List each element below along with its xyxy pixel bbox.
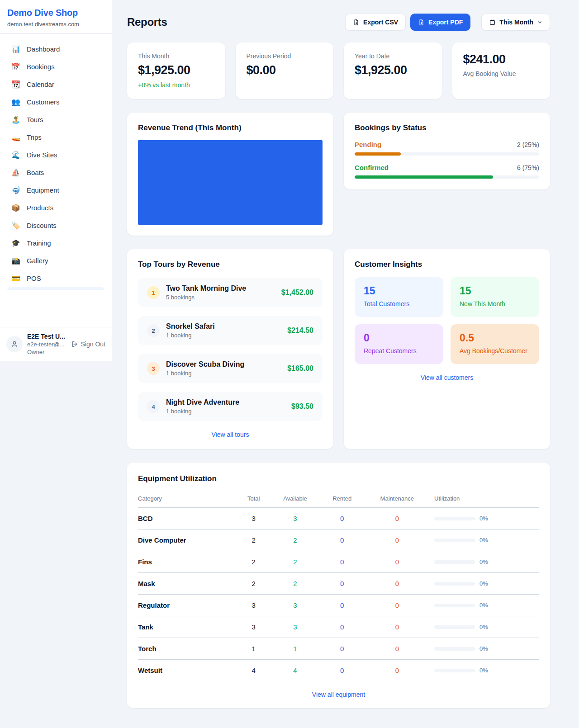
insight-tile-new-this-month: 15 New This Month bbox=[451, 277, 539, 317]
utilization-bar bbox=[434, 539, 475, 542]
revenue-trend-chart bbox=[138, 140, 323, 225]
insight-tile-repeat-customers: 0 Repeat Customers bbox=[355, 324, 443, 364]
rank-badge: 3 bbox=[147, 362, 160, 375]
utilization-text: 0% bbox=[479, 667, 488, 674]
cell-category: Regulator bbox=[138, 595, 237, 616]
cell-rented: 0 bbox=[321, 508, 364, 529]
sidebar-item-tours[interactable]: 🏝️Tours bbox=[4, 111, 108, 128]
tour-bookings: 1 booking bbox=[166, 370, 244, 377]
export-csv-button[interactable]: Export CSV bbox=[345, 14, 406, 31]
table-header-row: Category Total Available Rented Maintena… bbox=[138, 491, 539, 508]
export-pdf-button[interactable]: Export PDF bbox=[410, 14, 470, 31]
sidebar-item-trips[interactable]: 🚤Trips bbox=[4, 128, 108, 146]
island-icon: 🏝️ bbox=[11, 115, 21, 124]
cell-available: 2 bbox=[270, 551, 320, 573]
status-value: 6 (75%) bbox=[517, 164, 539, 171]
cell-total: 4 bbox=[237, 660, 270, 681]
user-footer: E2E Test U... e2e-tester@... Owner Sign … bbox=[0, 327, 112, 361]
person-icon bbox=[10, 340, 19, 348]
insight-tile-total-customers: 15 Total Customers bbox=[355, 277, 443, 317]
tour-amount: $93.50 bbox=[291, 402, 313, 411]
cell-utilization: 0% bbox=[431, 595, 539, 616]
sidebar-item-discounts[interactable]: 🏷️Discounts bbox=[4, 217, 108, 234]
cell-maintenance: 0 bbox=[364, 638, 431, 660]
sidebar-item-customers[interactable]: 👥Customers bbox=[4, 93, 108, 111]
bar-chart-icon: 📊 bbox=[11, 45, 21, 53]
utilization-bar bbox=[434, 582, 475, 586]
sidebar-item-products[interactable]: 📦Products bbox=[4, 199, 108, 217]
cell-total: 3 bbox=[237, 595, 270, 616]
wave-icon: 🌊 bbox=[11, 151, 21, 159]
sidebar-item-gallery[interactable]: 📸Gallery bbox=[4, 252, 108, 269]
cell-category: Mask bbox=[138, 573, 237, 595]
utilization-bar bbox=[434, 560, 475, 564]
view-all-customers-link[interactable]: View all customers bbox=[355, 374, 539, 381]
graduation-cap-icon: 🎓 bbox=[11, 239, 21, 247]
table-row: Mask 2 2 0 0 0% bbox=[138, 573, 539, 595]
utilization-text: 0% bbox=[479, 602, 488, 609]
cell-available: 4 bbox=[270, 660, 320, 681]
sidebar-item-pos[interactable]: 💳POS bbox=[4, 269, 108, 287]
table-row: Regulator 3 3 0 0 0% bbox=[138, 595, 539, 616]
sidebar-item-calendar[interactable]: 📆Calendar bbox=[4, 76, 108, 93]
shop-domain: demo.test.divestreams.com bbox=[7, 21, 104, 28]
sign-out-button[interactable]: Sign Out bbox=[71, 340, 105, 348]
cell-utilization: 0% bbox=[431, 638, 539, 660]
tour-name: Two Tank Morning Dive bbox=[166, 284, 246, 293]
sidebar-item-boats[interactable]: ⛵Boats bbox=[4, 164, 108, 181]
utilization-text: 0% bbox=[479, 624, 488, 630]
top-tours-title: Top Tours by Revenue bbox=[138, 260, 323, 269]
view-all-tours-link[interactable]: View all tours bbox=[138, 431, 323, 438]
table-row: Fins 2 2 0 0 0% bbox=[138, 551, 539, 573]
utilization-bar bbox=[434, 604, 475, 607]
sidebar-item-bookings[interactable]: 📅Bookings bbox=[4, 58, 108, 76]
insight-value: 0.5 bbox=[460, 332, 530, 344]
status-row-confirmed: Confirmed 6 (75%) bbox=[355, 164, 539, 179]
sidebar-item-equipment[interactable]: 🤿Equipment bbox=[4, 181, 108, 199]
sailboat-icon: ⛵ bbox=[11, 168, 21, 177]
cell-utilization: 0% bbox=[431, 508, 539, 529]
status-row-pending: Pending 2 (25%) bbox=[355, 141, 539, 156]
status-value: 2 (25%) bbox=[517, 141, 539, 148]
insight-label: Avg Bookings/Customer bbox=[460, 347, 530, 355]
cell-category: Wetsuit bbox=[138, 660, 237, 681]
cell-total: 2 bbox=[237, 573, 270, 595]
stat-label: This Month bbox=[138, 52, 214, 60]
insight-label: Repeat Customers bbox=[364, 347, 434, 355]
tour-amount: $214.50 bbox=[287, 326, 313, 335]
cell-total: 3 bbox=[237, 508, 270, 529]
column-header-category: Category bbox=[138, 491, 237, 508]
header-actions: Export CSV Export PDF This Month bbox=[345, 14, 550, 31]
camera-icon: 📸 bbox=[11, 256, 21, 265]
cell-category: Fins bbox=[138, 551, 237, 573]
view-all-equipment-link[interactable]: View all equipment bbox=[138, 691, 539, 698]
cell-utilization: 0% bbox=[431, 616, 539, 638]
tour-amount: $165.00 bbox=[287, 364, 313, 373]
cell-maintenance: 0 bbox=[364, 551, 431, 573]
stat-value: $1,925.00 bbox=[355, 63, 431, 77]
cell-utilization: 0% bbox=[431, 660, 539, 681]
utilization-text: 0% bbox=[479, 558, 488, 565]
rank-badge: 1 bbox=[147, 286, 160, 299]
column-header-utilization: Utilization bbox=[431, 491, 539, 508]
cell-rented: 0 bbox=[321, 616, 364, 638]
sidebar-item-training[interactable]: 🎓Training bbox=[4, 234, 108, 252]
avatar bbox=[6, 336, 23, 352]
cell-available: 2 bbox=[270, 529, 320, 551]
utilization-text: 0% bbox=[479, 580, 488, 587]
sidebar-item-dashboard[interactable]: 📊Dashboard bbox=[4, 40, 108, 58]
cell-rented: 0 bbox=[321, 638, 364, 660]
top-tours-card: Top Tours by Revenue 1 Two Tank Morning … bbox=[127, 249, 333, 449]
file-export-icon bbox=[353, 19, 360, 26]
progress-fill bbox=[355, 175, 493, 179]
calendar-icon bbox=[489, 19, 496, 26]
rank-badge: 2 bbox=[147, 324, 160, 337]
utilization-text: 0% bbox=[479, 537, 488, 544]
progress-fill bbox=[355, 152, 401, 156]
period-dropdown[interactable]: This Month bbox=[481, 14, 550, 31]
equipment-utilization-title: Equipment Utilization bbox=[138, 474, 539, 483]
sidebar-item-dive-sites[interactable]: 🌊Dive Sites bbox=[4, 146, 108, 164]
stat-value: $241.00 bbox=[463, 52, 540, 66]
sidebar-item-reports-selected-partial[interactable] bbox=[7, 287, 104, 290]
utilization-bar bbox=[434, 669, 475, 672]
